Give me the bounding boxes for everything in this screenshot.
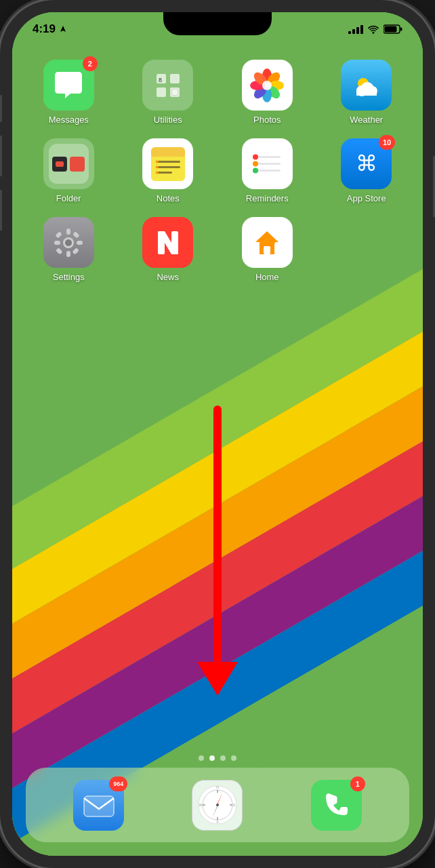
- app-grid: 2 Messages 8: [12, 53, 423, 289]
- svg-text:N: N: [216, 785, 219, 789]
- messages-badge: 2: [83, 56, 98, 71]
- page-dot-1: [199, 755, 204, 761]
- app-reminders[interactable]: Reminders: [224, 138, 310, 203]
- svg-rect-9: [385, 26, 397, 33]
- svg-text:⌘: ⌘: [356, 151, 377, 176]
- svg-rect-12: [170, 74, 180, 83]
- phone-screen: 4:19: [12, 12, 423, 856]
- svg-rect-56: [72, 248, 80, 255]
- reminders-label: Reminders: [246, 193, 289, 203]
- svg-rect-54: [77, 241, 83, 245]
- status-icons: [348, 24, 402, 34]
- svg-rect-52: [66, 251, 70, 257]
- app-folder[interactable]: Folder: [26, 138, 112, 203]
- svg-point-40: [156, 171, 159, 174]
- svg-point-45: [253, 154, 258, 159]
- app-settings[interactable]: Settings: [26, 217, 112, 282]
- volume-down-button[interactable]: [0, 190, 2, 231]
- app-weather[interactable]: Weather: [324, 60, 410, 125]
- folder-icon: [43, 138, 94, 189]
- arrow-annotation: [197, 406, 238, 696]
- photos-icon: [242, 60, 293, 111]
- svg-rect-63: [264, 246, 270, 254]
- wifi-icon: [367, 24, 379, 34]
- status-time: 4:19: [33, 22, 56, 36]
- utilities-label: Utilities: [154, 115, 182, 125]
- app-messages[interactable]: 2 Messages: [26, 60, 112, 125]
- app-notes[interactable]: Notes: [125, 138, 211, 203]
- svg-point-38: [156, 160, 159, 163]
- app-home[interactable]: Home: [224, 217, 310, 282]
- svg-rect-34: [151, 152, 185, 157]
- svg-rect-13: [157, 87, 166, 97]
- svg-point-39: [156, 165, 159, 168]
- weather-label: Weather: [350, 115, 383, 125]
- svg-rect-51: [66, 229, 70, 235]
- appstore-label: App Store: [347, 193, 386, 203]
- mail-badge: 964: [109, 776, 127, 791]
- svg-rect-57: [72, 231, 80, 239]
- svg-rect-65: [84, 796, 114, 816]
- svg-rect-36: [156, 166, 180, 168]
- battery-icon: [384, 24, 402, 34]
- app-news[interactable]: News: [125, 217, 211, 282]
- app-appstore[interactable]: ⌘ 10 App Store: [324, 138, 410, 203]
- dock: 964: [26, 768, 409, 842]
- page-dot-3: [220, 755, 226, 761]
- utilities-icon: 8: [142, 60, 193, 111]
- messages-label: Messages: [49, 115, 89, 125]
- notes-icon: [142, 138, 193, 189]
- svg-point-79: [216, 804, 219, 806]
- svg-point-64: [271, 240, 275, 244]
- app-utilities[interactable]: 8 Utilities: [125, 60, 211, 125]
- svg-point-50: [65, 239, 72, 246]
- svg-rect-35: [156, 161, 180, 163]
- svg-rect-10: [400, 28, 402, 31]
- app-photos[interactable]: Photos: [224, 60, 310, 125]
- news-icon: [142, 217, 193, 268]
- volume-up-button[interactable]: [0, 136, 2, 176]
- home-icon: [242, 217, 293, 268]
- notch: [163, 12, 272, 35]
- svg-rect-58: [56, 248, 63, 255]
- safari-icon: N S W E: [192, 780, 243, 831]
- svg-rect-53: [54, 241, 60, 245]
- notes-label: Notes: [157, 193, 180, 203]
- svg-rect-31: [356, 89, 377, 96]
- svg-rect-55: [56, 231, 63, 239]
- signal-strength-icon: [348, 24, 363, 34]
- svg-point-46: [253, 161, 258, 166]
- settings-label: Settings: [53, 272, 85, 282]
- page-dot-4: [231, 755, 236, 761]
- svg-point-16: [171, 89, 178, 96]
- silent-switch[interactable]: [0, 95, 2, 122]
- svg-point-26: [262, 81, 272, 90]
- settings-icon: [43, 217, 94, 268]
- news-label: News: [157, 272, 179, 282]
- svg-point-47: [253, 167, 258, 173]
- weather-icon: [341, 60, 392, 111]
- reminders-icon: [242, 138, 293, 189]
- appstore-badge: 10: [379, 135, 395, 150]
- phone-badge: 1: [350, 776, 365, 791]
- svg-text:8: 8: [159, 77, 162, 83]
- location-arrow-icon: [59, 25, 67, 33]
- page-dot-2: [209, 755, 215, 761]
- arrow-shaft: [213, 406, 222, 663]
- phone-frame: 4:19: [0, 0, 435, 868]
- dock-mail[interactable]: 964: [73, 780, 124, 831]
- photos-label: Photos: [253, 115, 281, 125]
- dock-safari[interactable]: N S W E: [192, 780, 243, 831]
- arrow-head: [197, 662, 238, 696]
- app-empty: [324, 217, 410, 282]
- folder-label: Folder: [56, 193, 81, 203]
- svg-text:W: W: [199, 803, 203, 807]
- home-label: Home: [255, 272, 279, 282]
- page-indicator: [12, 755, 423, 761]
- dock-phone[interactable]: 1: [311, 780, 362, 831]
